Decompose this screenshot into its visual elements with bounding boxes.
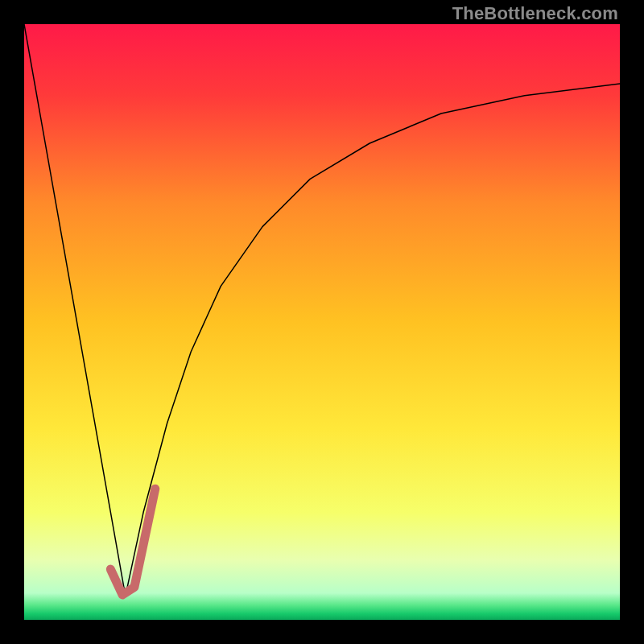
plot-area — [24, 24, 620, 620]
watermark-text: TheBottleneck.com — [452, 3, 618, 24]
bottleneck-chart — [24, 24, 620, 620]
chart-frame: TheBottleneck.com — [0, 0, 644, 644]
